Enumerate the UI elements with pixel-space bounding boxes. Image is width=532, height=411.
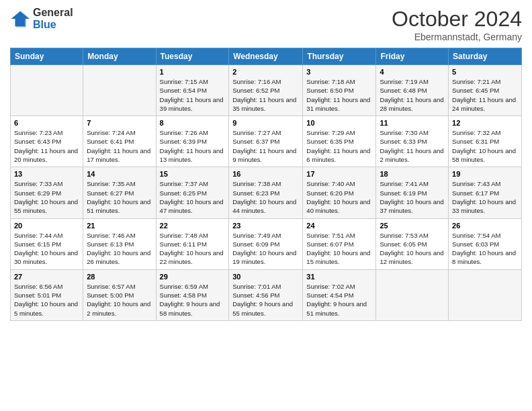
calendar-cell: 8Sunrise: 7:26 AM Sunset: 6:39 PM Daylig…	[156, 116, 229, 167]
day-number: 29	[160, 273, 226, 281]
calendar-cell: 6Sunrise: 7:23 AM Sunset: 6:43 PM Daylig…	[11, 116, 83, 167]
day-number: 31	[306, 273, 372, 281]
logo-text: General Blue	[33, 7, 73, 30]
calendar-cell	[83, 65, 156, 116]
day-info: Sunrise: 7:48 AM Sunset: 6:11 PM Dayligh…	[160, 231, 226, 267]
calendar-cell: 2Sunrise: 7:16 AM Sunset: 6:52 PM Daylig…	[229, 65, 303, 116]
day-info: Sunrise: 7:26 AM Sunset: 6:39 PM Dayligh…	[160, 128, 226, 164]
day-info: Sunrise: 7:01 AM Sunset: 4:56 PM Dayligh…	[232, 282, 299, 318]
calendar-week-1: 1Sunrise: 7:15 AM Sunset: 6:54 PM Daylig…	[11, 65, 522, 116]
calendar-cell: 28Sunrise: 6:57 AM Sunset: 5:00 PM Dayli…	[83, 269, 156, 320]
day-info: Sunrise: 7:27 AM Sunset: 6:37 PM Dayligh…	[232, 128, 299, 164]
day-info: Sunrise: 7:18 AM Sunset: 6:50 PM Dayligh…	[306, 77, 372, 113]
calendar-week-2: 6Sunrise: 7:23 AM Sunset: 6:43 PM Daylig…	[11, 116, 522, 167]
day-number: 16	[232, 170, 299, 178]
calendar-cell: 1Sunrise: 7:15 AM Sunset: 6:54 PM Daylig…	[156, 65, 229, 116]
calendar-week-4: 20Sunrise: 7:44 AM Sunset: 6:15 PM Dayli…	[11, 218, 522, 269]
day-info: Sunrise: 7:46 AM Sunset: 6:13 PM Dayligh…	[87, 231, 152, 267]
calendar-week-3: 13Sunrise: 7:33 AM Sunset: 6:29 PM Dayli…	[11, 167, 522, 218]
day-number: 10	[306, 119, 372, 127]
col-wednesday: Wednesday	[229, 48, 303, 65]
calendar-cell: 14Sunrise: 7:35 AM Sunset: 6:27 PM Dayli…	[83, 167, 156, 218]
logo-blue: Blue	[33, 19, 73, 31]
col-tuesday: Tuesday	[156, 48, 229, 65]
calendar-cell: 18Sunrise: 7:41 AM Sunset: 6:19 PM Dayli…	[376, 167, 449, 218]
day-number: 20	[14, 222, 79, 230]
calendar-cell: 27Sunrise: 6:56 AM Sunset: 5:01 PM Dayli…	[11, 269, 83, 320]
day-number: 17	[306, 170, 372, 178]
day-info: Sunrise: 7:02 AM Sunset: 4:54 PM Dayligh…	[306, 282, 372, 318]
calendar-table: Sunday Monday Tuesday Wednesday Thursday…	[10, 48, 522, 321]
day-number: 3	[306, 68, 372, 76]
calendar-cell	[376, 269, 449, 320]
day-number: 11	[380, 119, 445, 127]
calendar-cell: 22Sunrise: 7:48 AM Sunset: 6:11 PM Dayli…	[156, 218, 229, 269]
day-info: Sunrise: 7:19 AM Sunset: 6:48 PM Dayligh…	[380, 77, 445, 113]
page-header: General Blue October 2024 Ebermannstadt,…	[10, 7, 522, 42]
calendar-cell: 30Sunrise: 7:01 AM Sunset: 4:56 PM Dayli…	[229, 269, 303, 320]
day-number: 12	[452, 119, 518, 127]
day-number: 25	[380, 222, 445, 230]
day-number: 30	[232, 273, 299, 281]
col-friday: Friday	[376, 48, 449, 65]
day-info: Sunrise: 7:30 AM Sunset: 6:33 PM Dayligh…	[380, 128, 445, 164]
day-number: 6	[14, 119, 79, 127]
title-block: October 2024 Ebermannstadt, Germany	[392, 7, 522, 42]
day-info: Sunrise: 6:59 AM Sunset: 4:58 PM Dayligh…	[160, 282, 226, 318]
col-thursday: Thursday	[303, 48, 376, 65]
day-info: Sunrise: 7:53 AM Sunset: 6:05 PM Dayligh…	[380, 231, 445, 267]
calendar-cell: 9Sunrise: 7:27 AM Sunset: 6:37 PM Daylig…	[229, 116, 303, 167]
day-number: 1	[160, 68, 226, 76]
day-number: 13	[14, 170, 79, 178]
calendar-cell: 13Sunrise: 7:33 AM Sunset: 6:29 PM Dayli…	[11, 167, 83, 218]
calendar-cell: 26Sunrise: 7:54 AM Sunset: 6:03 PM Dayli…	[449, 218, 522, 269]
logo-icon	[10, 9, 30, 29]
day-info: Sunrise: 7:32 AM Sunset: 6:31 PM Dayligh…	[452, 128, 518, 164]
day-info: Sunrise: 7:43 AM Sunset: 6:17 PM Dayligh…	[452, 179, 518, 215]
calendar-cell: 15Sunrise: 7:37 AM Sunset: 6:25 PM Dayli…	[156, 167, 229, 218]
calendar-cell: 11Sunrise: 7:30 AM Sunset: 6:33 PM Dayli…	[376, 116, 449, 167]
day-info: Sunrise: 7:33 AM Sunset: 6:29 PM Dayligh…	[14, 179, 79, 215]
col-monday: Monday	[83, 48, 156, 65]
day-info: Sunrise: 7:54 AM Sunset: 6:03 PM Dayligh…	[452, 231, 518, 267]
header-row: Sunday Monday Tuesday Wednesday Thursday…	[11, 48, 522, 65]
day-number: 14	[87, 170, 152, 178]
day-info: Sunrise: 7:23 AM Sunset: 6:43 PM Dayligh…	[14, 128, 79, 164]
day-number: 5	[452, 68, 518, 76]
day-number: 28	[87, 273, 152, 281]
calendar-cell: 16Sunrise: 7:38 AM Sunset: 6:23 PM Dayli…	[229, 167, 303, 218]
day-info: Sunrise: 7:40 AM Sunset: 6:20 PM Dayligh…	[306, 179, 372, 215]
day-info: Sunrise: 7:37 AM Sunset: 6:25 PM Dayligh…	[160, 179, 226, 215]
day-number: 2	[232, 68, 299, 76]
calendar-cell: 3Sunrise: 7:18 AM Sunset: 6:50 PM Daylig…	[303, 65, 376, 116]
calendar-body: 1Sunrise: 7:15 AM Sunset: 6:54 PM Daylig…	[11, 65, 522, 321]
day-number: 4	[380, 68, 445, 76]
calendar-cell	[11, 65, 83, 116]
day-number: 21	[87, 222, 152, 230]
calendar-cell: 21Sunrise: 7:46 AM Sunset: 6:13 PM Dayli…	[83, 218, 156, 269]
location-subtitle: Ebermannstadt, Germany	[392, 32, 522, 42]
calendar-cell: 10Sunrise: 7:29 AM Sunset: 6:35 PM Dayli…	[303, 116, 376, 167]
day-number: 24	[306, 222, 372, 230]
day-info: Sunrise: 7:15 AM Sunset: 6:54 PM Dayligh…	[160, 77, 226, 113]
day-number: 8	[160, 119, 226, 127]
day-number: 9	[232, 119, 299, 127]
col-sunday: Sunday	[11, 48, 83, 65]
calendar-week-5: 27Sunrise: 6:56 AM Sunset: 5:01 PM Dayli…	[11, 269, 522, 320]
day-number: 22	[160, 222, 226, 230]
calendar-cell: 20Sunrise: 7:44 AM Sunset: 6:15 PM Dayli…	[11, 218, 83, 269]
day-info: Sunrise: 6:57 AM Sunset: 5:00 PM Dayligh…	[87, 282, 152, 318]
day-info: Sunrise: 7:21 AM Sunset: 6:45 PM Dayligh…	[452, 77, 518, 113]
day-info: Sunrise: 7:51 AM Sunset: 6:07 PM Dayligh…	[306, 231, 372, 267]
day-number: 15	[160, 170, 226, 178]
day-info: Sunrise: 7:35 AM Sunset: 6:27 PM Dayligh…	[87, 179, 152, 215]
calendar-cell: 5Sunrise: 7:21 AM Sunset: 6:45 PM Daylig…	[449, 65, 522, 116]
calendar-cell: 25Sunrise: 7:53 AM Sunset: 6:05 PM Dayli…	[376, 218, 449, 269]
svg-marker-1	[12, 11, 30, 27]
col-saturday: Saturday	[449, 48, 522, 65]
month-title: October 2024	[392, 7, 522, 32]
calendar-cell: 23Sunrise: 7:49 AM Sunset: 6:09 PM Dayli…	[229, 218, 303, 269]
calendar-cell: 17Sunrise: 7:40 AM Sunset: 6:20 PM Dayli…	[303, 167, 376, 218]
day-info: Sunrise: 7:49 AM Sunset: 6:09 PM Dayligh…	[232, 231, 299, 267]
day-info: Sunrise: 6:56 AM Sunset: 5:01 PM Dayligh…	[14, 282, 79, 318]
